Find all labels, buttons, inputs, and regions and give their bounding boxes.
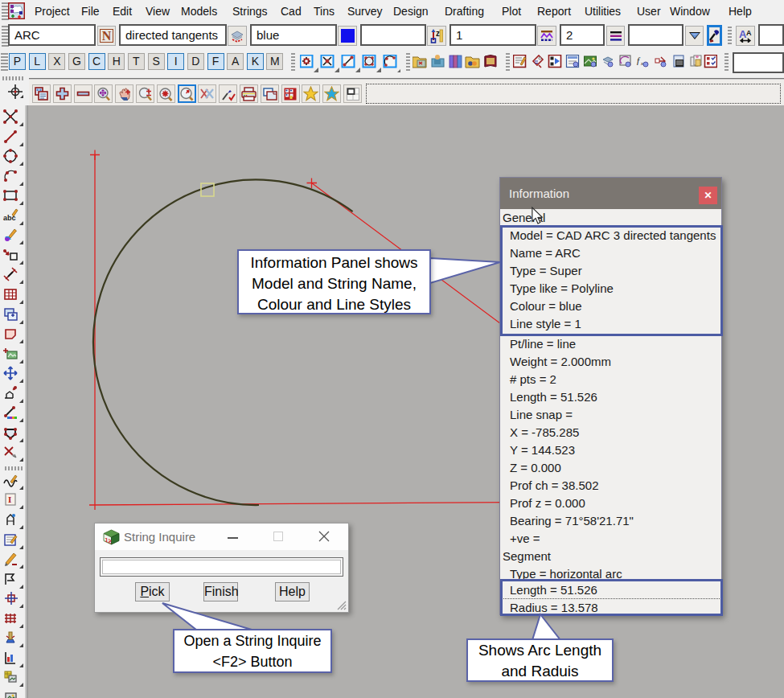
- svg-text:A: A: [746, 29, 752, 37]
- svg-text:I: I: [8, 495, 11, 504]
- svg-text:z: z: [436, 29, 440, 38]
